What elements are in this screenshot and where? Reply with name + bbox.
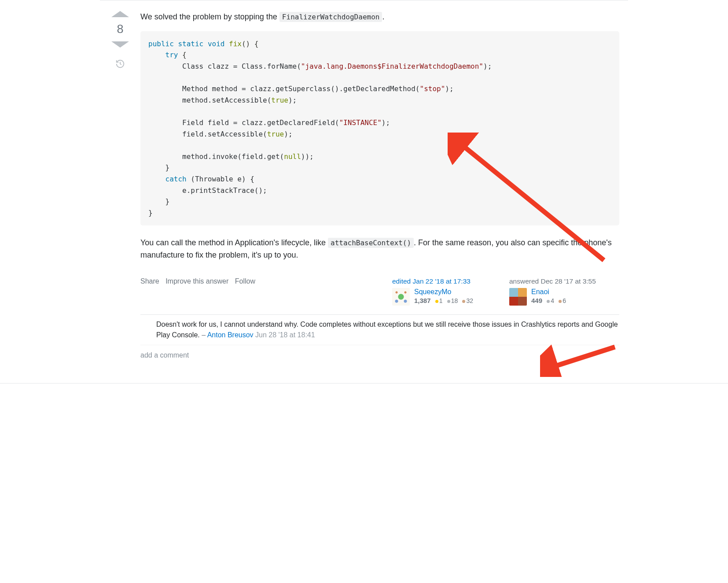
comment-dash: –: [202, 331, 207, 339]
comment-time[interactable]: Jun 28 '18 at 18:41: [255, 331, 315, 339]
author-rep: 449 4 6: [531, 297, 566, 304]
author-box: answered Dec 28 '17 at 3:55 Enaoi 449 4 …: [509, 277, 619, 306]
comments-section: Doesn't work for us, I cannot understand…: [140, 314, 619, 359]
inline-code: attachBaseContext(): [328, 238, 414, 248]
editor-rep: 1,387 1 18 32: [414, 297, 473, 304]
bronze-badge-icon: [559, 300, 562, 303]
add-comment-link[interactable]: add a comment: [140, 345, 619, 359]
gold-badge-icon: [435, 300, 438, 303]
avatar[interactable]: [392, 288, 410, 306]
intro-text: We solved the problem by stopping the: [140, 12, 279, 21]
downvote-button[interactable]: [111, 41, 129, 48]
foot-text: You can call the method in Application's…: [140, 238, 328, 247]
share-link[interactable]: Share: [140, 277, 159, 285]
comment-user[interactable]: Anton Breusov: [207, 331, 254, 339]
history-icon[interactable]: [115, 59, 125, 71]
intro-tail: .: [382, 12, 384, 21]
silver-badge-icon: [447, 300, 450, 303]
author-name[interactable]: Enaoi: [531, 288, 566, 296]
inline-code: FinalizerWatchdogDaemon: [279, 12, 382, 22]
improve-link[interactable]: Improve this answer: [165, 277, 228, 285]
answer-body: We solved the problem by stopping the Fi…: [140, 11, 619, 359]
edited-time[interactable]: edited Jan 22 '18 at 17:33: [392, 277, 502, 285]
editor-name[interactable]: SqueezyMo: [414, 288, 473, 296]
upvote-button[interactable]: [111, 11, 129, 17]
answer-container: 8 We solved the problem by stopping the …: [100, 0, 628, 373]
avatar[interactable]: [509, 288, 527, 306]
follow-link[interactable]: Follow: [235, 277, 255, 285]
answered-time: answered Dec 28 '17 at 3:55: [509, 277, 619, 285]
intro-paragraph: We solved the problem by stopping the Fi…: [140, 11, 619, 23]
bronze-badge-icon: [462, 300, 465, 303]
editor-box: edited Jan 22 '18 at 17:33 SqueezyMo 1,3…: [392, 277, 502, 306]
code-block: public static void fix() { try { Class c…: [140, 31, 619, 226]
footnote-paragraph: You can call the method in Application's…: [140, 237, 619, 262]
vote-count: 8: [117, 22, 123, 36]
vote-column: 8: [109, 11, 132, 359]
comment: Doesn't work for us, I cannot understand…: [140, 315, 619, 345]
silver-badge-icon: [547, 300, 550, 303]
post-actions-row: Share Improve this answer Follow edited …: [140, 277, 619, 306]
action-links: Share Improve this answer Follow: [140, 277, 385, 285]
divider: [0, 383, 728, 384]
